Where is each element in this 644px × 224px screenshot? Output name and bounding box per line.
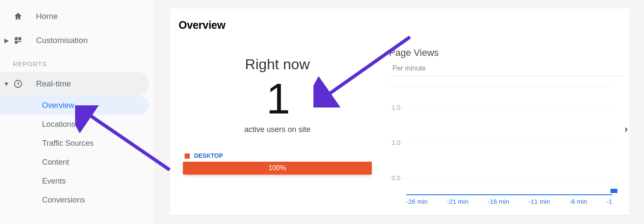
active-users-count: 1 bbox=[183, 77, 372, 120]
x-tick: -11 min bbox=[529, 198, 550, 205]
page-title: Overview bbox=[179, 19, 225, 31]
device-legend-label: DESKTOP bbox=[194, 152, 223, 159]
sidebar-subitem-content[interactable]: Content bbox=[0, 153, 149, 172]
chevron-right-icon: ▶ bbox=[3, 37, 10, 44]
sidebar-item-customisation[interactable]: ▶ Customisation bbox=[0, 28, 149, 52]
chart-title: Page Views bbox=[389, 47, 625, 58]
sidebar-subitem-conversions[interactable]: Conversions bbox=[0, 190, 149, 209]
sidebar-section-header: REPORTS bbox=[0, 52, 154, 72]
sidebar-item-label: Customisation bbox=[36, 36, 88, 45]
device-legend: DESKTOP bbox=[185, 152, 372, 159]
svg-rect-0 bbox=[15, 37, 18, 40]
svg-rect-2 bbox=[15, 41, 18, 44]
sidebar-item-label: Home bbox=[36, 12, 58, 21]
sidebar-item-home[interactable]: Home bbox=[0, 4, 149, 28]
sidebar-item-label: Real-time bbox=[36, 79, 71, 89]
overview-card: Overview Right now 1 active users on sit… bbox=[170, 9, 629, 215]
chart-subtitle: Per minute bbox=[389, 62, 625, 76]
x-tick: -6 min bbox=[569, 198, 587, 205]
legend-swatch-desktop bbox=[185, 153, 190, 159]
sidebar-subitem-traffic-sources[interactable]: Traffic Sources bbox=[0, 134, 149, 153]
clock-icon bbox=[12, 79, 24, 89]
svg-rect-3 bbox=[18, 41, 20, 42]
sidebar-item-label: Locations bbox=[42, 120, 75, 129]
sidebar-item-label: Overview bbox=[42, 101, 74, 110]
x-tick: -26 min bbox=[406, 198, 428, 205]
pageviews-chart: Page Views Per minute 1.5 1.0 0.5 -26 mi… bbox=[389, 47, 625, 206]
chart-plot-area: 1.5 1.0 0.5 -26 min -21 min -16 min -11 … bbox=[389, 78, 625, 207]
home-icon bbox=[12, 12, 24, 21]
sidebar: Home ▶ Customisation REPORTS ▼ Real-time… bbox=[0, 0, 155, 224]
chart-x-axis: -26 min -21 min -16 min -11 min -6 min -… bbox=[406, 194, 612, 205]
sidebar-item-label: Traffic Sources bbox=[42, 139, 94, 148]
active-users-caption: active users on site bbox=[183, 125, 372, 134]
sidebar-item-label: Events bbox=[42, 177, 66, 186]
realtime-summary: Right now 1 active users on site DESKTOP… bbox=[183, 56, 372, 175]
sidebar-item-label: Content bbox=[42, 158, 69, 167]
x-tick: -21 min bbox=[447, 198, 468, 205]
svg-rect-5 bbox=[21, 41, 21, 42]
right-now-label: Right now bbox=[183, 56, 372, 73]
sidebar-subitem-locations[interactable]: Locations bbox=[0, 115, 149, 134]
svg-rect-1 bbox=[18, 37, 21, 40]
sidebar-subitem-events[interactable]: Events bbox=[0, 172, 149, 190]
sidebar-item-realtime[interactable]: ▼ Real-time bbox=[0, 72, 149, 96]
sidebar-subitem-overview[interactable]: Overview bbox=[0, 96, 149, 115]
device-percent-label: 100% bbox=[269, 164, 286, 172]
device-percent-bar: 100% bbox=[183, 162, 372, 175]
x-tick: -16 min bbox=[488, 198, 509, 205]
x-tick: -1 bbox=[607, 198, 612, 205]
chart-next-arrow-icon[interactable]: › bbox=[625, 124, 628, 135]
chevron-down-icon: ▼ bbox=[3, 80, 10, 87]
chart-bar bbox=[611, 189, 617, 193]
sidebar-item-label: Conversions bbox=[42, 196, 85, 205]
dashboard-icon bbox=[12, 36, 24, 45]
main-content: Overview Right now 1 active users on sit… bbox=[155, 0, 644, 224]
